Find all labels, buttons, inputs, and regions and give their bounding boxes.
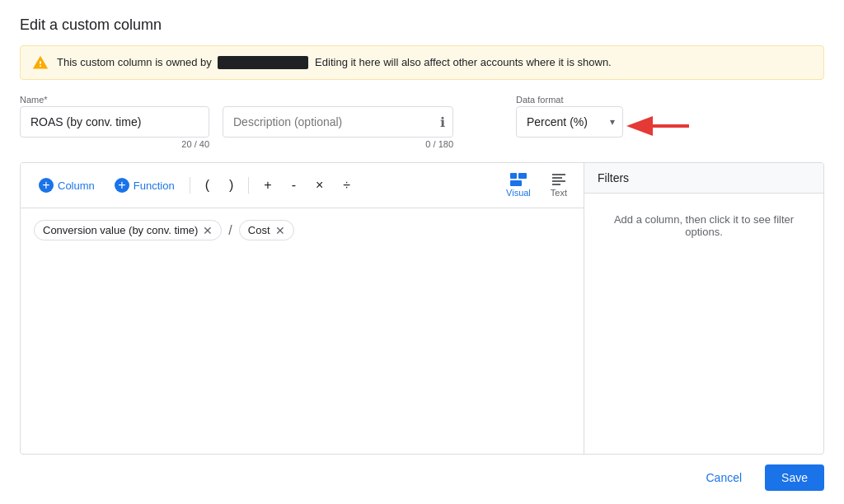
name-input[interactable]: [20, 106, 209, 138]
close-paren-button[interactable]: ): [221, 174, 241, 197]
visual-view-button[interactable]: Visual: [499, 170, 537, 201]
minus-op-button[interactable]: -: [284, 174, 304, 197]
toolbar-right: Visual Text: [499, 170, 574, 201]
name-char-count: 20 / 40: [20, 139, 209, 149]
redacted-owner: [218, 56, 308, 69]
formula-tag-conversion-remove[interactable]: ✕: [203, 225, 213, 236]
svg-rect-2: [518, 173, 527, 179]
data-format-select-wrapper: Integer Percent (%) Currency Decimal ▾: [516, 106, 623, 138]
divide-op-button[interactable]: ÷: [335, 174, 359, 197]
plus-op-button[interactable]: +: [256, 174, 279, 197]
data-format-select[interactable]: Integer Percent (%) Currency Decimal: [516, 106, 623, 138]
name-label: Name*: [20, 95, 209, 105]
filters-header: Filters: [584, 163, 823, 194]
function-plus-icon: +: [115, 178, 129, 193]
column-plus-icon: +: [39, 178, 54, 193]
desc-char-count: 0 / 180: [223, 139, 453, 149]
svg-rect-3: [510, 180, 522, 186]
visual-icon: [510, 173, 527, 186]
formula-tag-cost[interactable]: Cost ✕: [239, 220, 294, 240]
multiply-op-button[interactable]: ×: [307, 174, 331, 197]
toolbar-divider-1: [190, 177, 190, 194]
formula-tag-conversion-label: Conversion value (by conv. time): [43, 224, 198, 236]
data-format-group: Data format Integer Percent (%) Currency…: [516, 95, 623, 138]
column-button[interactable]: + Column: [30, 174, 103, 197]
page-title: Edit a custom column: [20, 16, 824, 34]
description-field-group: desc ℹ 0 / 180: [223, 95, 453, 149]
formula-toolbar: + Column + Function ( ) + - × ÷: [21, 163, 584, 208]
cancel-button[interactable]: Cancel: [692, 464, 755, 491]
filters-panel: Filters Add a column, then click it to s…: [584, 163, 823, 454]
red-arrow-annotation: [623, 110, 697, 145]
formula-op-divide: /: [227, 220, 233, 240]
formula-section: + Column + Function ( ) + - × ÷: [20, 162, 824, 455]
text-label: Text: [551, 188, 567, 198]
formula-tag-cost-label: Cost: [248, 224, 270, 236]
bottom-bar: Cancel Save: [20, 455, 824, 504]
warning-banner: This custom column is owned by Editing i…: [20, 45, 824, 80]
function-button[interactable]: + Function: [106, 174, 183, 197]
open-paren-button[interactable]: (: [197, 174, 218, 197]
formula-main: + Column + Function ( ) + - × ÷: [21, 163, 584, 454]
text-icon: [551, 173, 567, 186]
function-label: Function: [134, 180, 175, 192]
formula-canvas: Conversion value (by conv. time) ✕ / Cos…: [21, 208, 584, 454]
filters-body: Add a column, then click it to see filte…: [584, 194, 823, 454]
description-input[interactable]: [223, 106, 453, 138]
formula-tag-conversion[interactable]: Conversion value (by conv. time) ✕: [34, 220, 222, 240]
column-label: Column: [58, 180, 95, 192]
toolbar-divider-2: [248, 177, 249, 194]
formula-tag-cost-remove[interactable]: ✕: [275, 225, 285, 236]
save-button[interactable]: Save: [765, 464, 824, 491]
data-format-label: Data format: [516, 95, 623, 105]
filters-hint: Add a column, then click it to see filte…: [598, 207, 810, 238]
info-icon[interactable]: ℹ: [440, 114, 445, 130]
warning-icon: [32, 54, 49, 71]
name-field-group: Name* 20 / 40: [20, 95, 209, 149]
warning-text: This custom column is owned by Editing i…: [57, 56, 612, 70]
svg-rect-1: [510, 173, 517, 179]
form-row: Name* 20 / 40 desc ℹ 0 / 180 Data format…: [20, 95, 824, 149]
visual-label: Visual: [506, 188, 531, 198]
text-view-button[interactable]: Text: [544, 170, 574, 201]
